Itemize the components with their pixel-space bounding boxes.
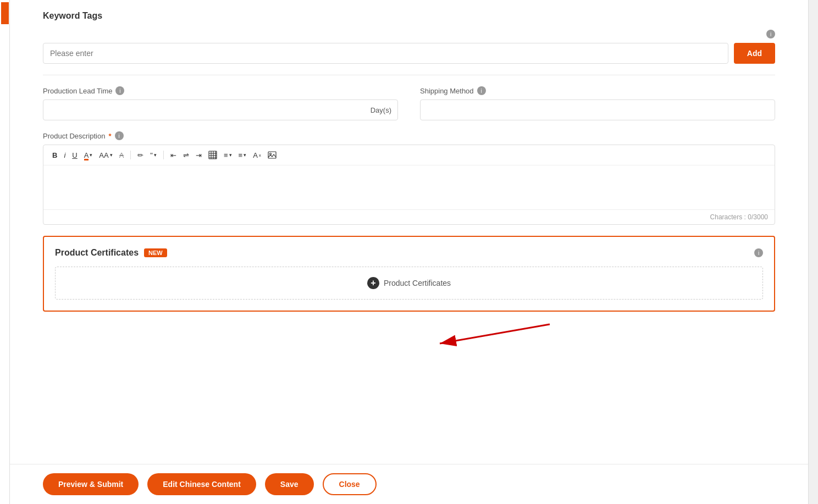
lead-time-shipping-row: Production Lead Time i Day(s) Shipping M… [43,86,775,120]
quote-button[interactable]: " ▾ [148,150,159,160]
footer-bar: Preview & Submit Edit Chinese Content Sa… [10,464,808,504]
lead-time-suffix: Day(s) [371,106,391,114]
superscript-button[interactable]: Ax [251,150,263,160]
certificates-title: Product Certificates [55,248,139,258]
certificates-header: Product Certificates NEW i [55,248,763,258]
edit-chinese-button[interactable]: Edit Chinese Content [147,473,256,495]
lead-time-input-wrapper: Day(s) [43,99,398,120]
ordered-list-button[interactable]: ≡ ▾ [222,150,234,160]
svg-rect-7 [268,152,276,158]
lead-time-input[interactable] [43,99,398,120]
keyword-tags-section: Keyword Tags i Add [43,0,775,75]
scrollable-area: Keyword Tags i Add Production Lead Time … [10,0,808,464]
align-left-button[interactable]: ⇤ [168,150,179,160]
sidebar-logo [1,2,9,24]
certificates-upload-label: Product Certificates [384,279,451,287]
editor-toolbar: B i U A ▾ AA ▾ A ✏ " ▾ ⇤ [43,145,775,165]
right-scrollbar [808,0,818,504]
align-right-button[interactable]: ⇥ [194,150,204,160]
table-button[interactable] [206,149,219,160]
unordered-list-button[interactable]: ≡ ▾ [236,150,249,160]
production-lead-time-group: Production Lead Time i Day(s) [43,86,398,120]
underline-button[interactable]: U [70,150,79,160]
main-content: Keyword Tags i Add Production Lead Time … [10,0,808,504]
rich-editor: B i U A ▾ AA ▾ A ✏ " ▾ ⇤ [43,145,775,225]
shipping-method-label: Shipping Method i [420,86,775,95]
svg-point-8 [269,153,271,155]
shipping-method-input[interactable] [420,99,775,120]
lead-time-info-icon[interactable]: i [115,86,124,95]
italic-button[interactable]: i [62,150,68,160]
character-count: Characters : 0/3000 [710,213,768,221]
new-badge: NEW [144,248,167,257]
certificates-info-icon[interactable]: i [754,248,763,257]
keyword-tags-info-icon[interactable]: i [766,30,775,38]
save-button[interactable]: Save [265,473,314,495]
shipping-method-group: Shipping Method i [420,86,775,120]
image-button[interactable] [266,149,279,160]
editor-footer: Characters : 0/3000 [43,209,775,224]
product-certificates-section: Product Certificates NEW i + Product Cer… [43,236,775,312]
shipping-method-info-icon[interactable]: i [477,86,486,95]
toolbar-divider-2 [163,151,164,159]
product-description-label: Product Description * i [43,131,775,140]
required-star: * [108,132,111,140]
toolbar-divider-1 [130,151,131,159]
editor-body[interactable] [43,165,775,209]
font-size-button[interactable]: AA ▾ [97,150,114,160]
left-sidebar [0,0,10,504]
bold-button[interactable]: B [50,150,59,160]
product-description-section: Product Description * i B i U A ▾ AA ▾ [43,131,775,225]
keyword-input[interactable] [43,43,728,64]
keyword-input-row: Add [43,43,775,64]
add-keyword-button[interactable]: Add [734,43,775,64]
certificates-upload-area[interactable]: + Product Certificates [55,267,763,300]
keyword-tags-title: Keyword Tags [43,11,775,21]
preview-submit-button[interactable]: Preview & Submit [43,473,139,495]
eraser-button[interactable]: ✏ [135,150,146,160]
description-info-icon[interactable]: i [115,131,124,140]
clear-format-button[interactable]: A [117,150,126,160]
production-lead-time-label: Production Lead Time i [43,86,398,95]
close-button[interactable]: Close [323,473,377,495]
align-center-button[interactable]: ⇌ [181,150,191,160]
plus-icon: + [367,277,379,289]
font-color-button[interactable]: A ▾ [82,150,95,160]
